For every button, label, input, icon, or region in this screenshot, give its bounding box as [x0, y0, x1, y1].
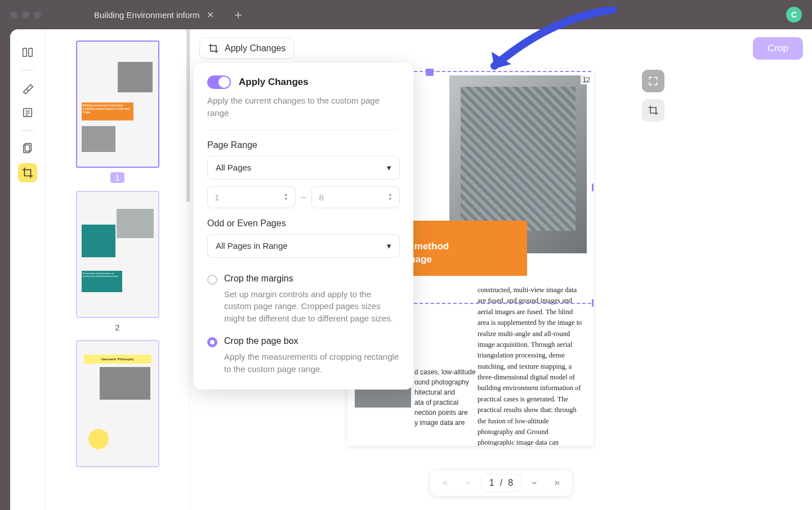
content-area: Apply Changes Crop Apply Changes Apply t…: [190, 29, 812, 510]
page-range-from-value: 1: [215, 193, 219, 202]
chevron-down-icon: ▾: [387, 163, 391, 173]
thumbnail-panel: Building environment information modelin…: [45, 29, 190, 510]
crop-pagebox-desc: Apply the measurements of cropping recta…: [207, 351, 400, 375]
odd-even-value: All Pages in Range: [216, 241, 288, 250]
page-range-value: All Pages: [216, 163, 251, 172]
rail-thumbnails-icon[interactable]: [18, 43, 37, 62]
page-text-right: constructed, multi-view image data are f…: [478, 285, 586, 446]
page-range-select[interactable]: All Pages ▾: [207, 156, 400, 180]
radio-unchecked-icon: [207, 275, 217, 285]
window-controls: [10, 11, 41, 19]
stepper-icon[interactable]: ▲▼: [284, 193, 288, 202]
rail-crop-icon[interactable]: [18, 163, 37, 182]
next-page-button[interactable]: [525, 473, 544, 493]
page-separator: /: [500, 478, 502, 488]
close-tab-icon[interactable]: ✕: [207, 10, 214, 20]
crop-margins-option[interactable]: Crop the margins: [207, 274, 400, 285]
crop-handle-top[interactable]: [426, 69, 434, 76]
apply-changes-button[interactable]: Apply Changes: [199, 38, 295, 59]
thumbnail-page-1[interactable]: Building environment information modelin…: [76, 41, 159, 168]
crop-pagebox-option[interactable]: Crop the page box: [207, 336, 400, 347]
page-range-to-input[interactable]: 8 ▲▼: [311, 186, 400, 208]
svg-rect-0: [23, 48, 26, 57]
panel-toggle-label: Apply Changes: [239, 77, 309, 88]
crop-icon: [648, 105, 659, 116]
document-tab[interactable]: Building Environment inform ✕: [86, 5, 222, 25]
page-range-to-value: 8: [319, 193, 323, 202]
thumbnail-page-3[interactable]: Geometric Philosophy: [76, 340, 159, 467]
rail-pages-icon[interactable]: [18, 138, 37, 158]
panel-toggle-desc: Apply the current changes to the custom …: [207, 95, 400, 119]
odd-even-header: Odd or Even Pages: [207, 218, 400, 229]
titlebar: Building Environment inform ✕ ＋ C: [0, 0, 812, 29]
radio-checked-icon: [207, 337, 217, 347]
fit-screen-button[interactable]: [642, 70, 664, 92]
page-range-from-input[interactable]: 1 ▲▼: [207, 186, 296, 208]
rail-highlighter-icon[interactable]: [18, 78, 37, 97]
crop-margins-desc: Set up margin controls and apply to the …: [207, 288, 400, 325]
crop-margins-label: Crop the margins: [224, 274, 293, 284]
minimize-window-icon[interactable]: [22, 11, 29, 19]
crop-handle-br[interactable]: [592, 299, 594, 307]
rail-annotations-icon[interactable]: [18, 103, 37, 122]
expand-icon: [648, 75, 659, 87]
page-indicator[interactable]: 1 / 8: [481, 474, 521, 492]
prev-page-button[interactable]: [458, 473, 478, 493]
crop-button[interactable]: Crop: [753, 37, 803, 60]
total-pages: 8: [508, 478, 513, 488]
page-range-header: Page Range: [207, 140, 400, 150]
apply-changes-toggle[interactable]: [207, 75, 231, 89]
maximize-window-icon[interactable]: [34, 11, 41, 19]
crop-handle-right[interactable]: [592, 184, 594, 191]
thumbnail-number-1: 1: [110, 172, 124, 183]
pagination-bar: 1 / 8: [430, 469, 573, 496]
thumb-scrollbar[interactable]: [186, 29, 190, 202]
thumb3-title: Geometric Philosophy: [84, 355, 151, 364]
tab-title: Building Environment inform: [94, 10, 200, 20]
close-window-icon[interactable]: [10, 11, 17, 19]
page-text-bottom-left: d cases, low-altitude ound photography h…: [414, 367, 478, 428]
thumbnail-number-2: 2: [115, 323, 119, 332]
odd-even-select[interactable]: All Pages in Range ▾: [207, 234, 400, 258]
apply-changes-label: Apply Changes: [225, 43, 286, 53]
crop-pagebox-label: Crop the page box: [224, 336, 298, 346]
stepper-icon[interactable]: ▲▼: [388, 193, 392, 202]
crop-icon: [208, 43, 219, 54]
crop-tool-button[interactable]: [642, 99, 664, 122]
last-page-button[interactable]: [547, 473, 566, 493]
thumb2-caption: Preservation and inheritance of architec…: [82, 271, 122, 292]
first-page-button[interactable]: [436, 473, 455, 493]
apply-changes-panel: Apply Changes Apply the current changes …: [194, 63, 413, 390]
thumb1-caption: Building environment information modelin…: [82, 102, 133, 120]
thumbnail-page-2[interactable]: Preservation and inheritance of architec…: [76, 191, 159, 318]
range-dash: –: [301, 192, 306, 202]
tool-rail: [10, 29, 45, 510]
svg-rect-1: [28, 48, 32, 57]
user-avatar[interactable]: C: [786, 7, 802, 23]
new-tab-button[interactable]: ＋: [232, 6, 244, 23]
chevron-down-icon: ▾: [387, 241, 391, 251]
current-page: 1: [489, 478, 494, 488]
